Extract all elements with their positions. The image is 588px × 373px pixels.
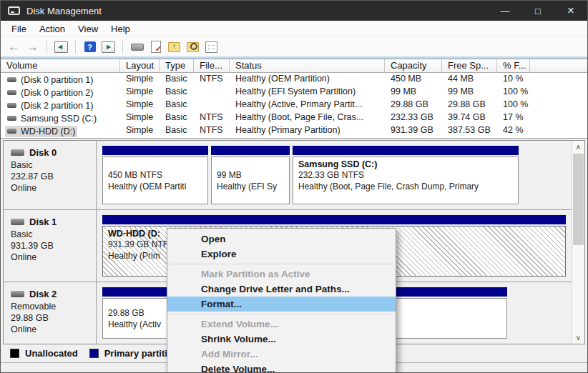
cell: Healthy (Boot, Page File, Cras... [230,111,385,124]
properties-icon[interactable] [204,40,219,54]
menu-view[interactable]: View [72,22,104,36]
disk-drive-icon [8,6,20,15]
cell: NTFS [194,73,230,86]
disk-management-window: Disk Management — □ × FileActionViewHelp… [0,0,588,373]
partition-body: Samsung SSD (C:)232.33 GB NTFSHealthy (B… [293,156,519,204]
toolbar-separator [75,40,76,54]
column-header-free-sp[interactable]: Free Sp... [442,59,497,73]
help-icon[interactable] [82,40,97,54]
volume-name: Samsung SSD (C:) [5,113,99,124]
table-row[interactable]: Samsung SSD (C:)SimpleBasicNTFSHealthy (… [1,111,587,124]
cell: Simple [120,99,160,111]
disk-info-panel[interactable]: Disk 0Basic232.87 GBOnline [4,141,97,209]
cell: Basic [160,124,194,137]
column-header-volume[interactable]: Volume [1,59,120,73]
disk-info-panel[interactable]: Disk 2Removable29.88 GBOnline [4,282,97,344]
disk-info-panel[interactable]: Disk 1Basic931.39 GBOnline [4,210,97,282]
back-icon[interactable] [6,40,21,54]
column-header-capacity[interactable]: Capacity [385,59,442,73]
cell: 29.88 GB [442,99,497,111]
cell [194,99,230,111]
context-menu-item-explore[interactable]: Explore [167,247,396,262]
legend-swatch [89,349,99,358]
forward-icon[interactable] [25,40,40,54]
cell: 10 % [497,73,530,86]
partition-bars: 450 MB NTFSHealthy (OEM Partiti99 MBHeal… [97,141,572,209]
column-header-file[interactable]: File... [194,59,230,73]
vertical-scrollbar[interactable]: ∧ ∨ [572,141,584,344]
column-header-blank[interactable] [530,59,587,73]
disk-icon [11,219,24,225]
disk-icon [7,103,16,108]
column-header-status[interactable]: Status [230,59,385,73]
partition-block[interactable]: Samsung SSD (C:)232.33 GB NTFSHealthy (B… [293,146,519,204]
folder-up-icon[interactable] [167,40,182,54]
menu-separator [169,314,394,314]
disk-icon [7,129,16,134]
close-button[interactable]: × [554,1,587,21]
legend-swatch [10,349,19,358]
cell [530,99,587,111]
column-header-layout[interactable]: Layout [120,59,160,73]
toolbar-separator [46,40,47,54]
partition-block[interactable]: 99 MBHealthy (EFI Sy [211,146,290,204]
folder-search-icon[interactable] [185,40,200,54]
cell: 450 MB [385,73,442,86]
disk-icon [7,90,16,95]
partition-color-bar [102,146,208,155]
menu-file[interactable]: File [5,22,33,36]
disk-icon [11,291,24,297]
table-row[interactable]: (Disk 2 partition 1)SimpleBasicHealthy (… [1,99,587,111]
cell: NTFS [194,111,230,124]
volume-cell: (Disk 0 partition 2) [1,86,120,99]
menu-bar: FileActionViewHelp [1,21,587,37]
check-document-icon[interactable] [148,40,163,54]
context-menu-item-add-mirror: Add Mirror... [167,347,396,362]
context-menu-item-delete-volume[interactable]: Delete Volume... [167,362,396,373]
cell: 100 % [497,86,530,99]
table-row[interactable]: (Disk 0 partition 1)SimpleBasicNTFSHealt… [1,73,587,86]
context-menu-item-shrink-volume[interactable]: Shrink Volume... [167,332,396,347]
volume-cell: (Disk 2 partition 1) [1,99,120,111]
maximize-button[interactable]: □ [521,1,554,21]
cell: 387.53 GB [442,124,497,137]
action-pane-icon[interactable] [101,40,116,54]
cell: Simple [120,124,160,137]
cell: 29.88 GB [385,99,442,111]
cell: Basic [160,73,194,86]
menu-action[interactable]: Action [33,22,72,36]
menu-help[interactable]: Help [104,22,137,36]
cell: 17 % [497,111,530,124]
cell [530,111,587,124]
volume-name: (Disk 0 partition 2) [5,87,95,99]
partition-block[interactable]: 450 MB NTFSHealthy (OEM Partiti [102,146,208,204]
context-menu-item-format[interactable]: Format... [167,297,396,312]
scroll-up-icon[interactable]: ∧ [572,141,584,153]
table-row[interactable]: (Disk 0 partition 2)SimpleBasicHealthy (… [1,86,587,99]
context-menu-item-extend-volume: Extend Volume... [167,317,396,332]
volume-cell: (Disk 0 partition 1) [1,73,120,86]
cell: Healthy (Active, Primary Partit... [230,99,385,111]
cell [530,124,587,137]
partition-color-bar [102,215,566,224]
column-header-f[interactable]: % F... [497,59,530,73]
scrollbar-thumb[interactable] [573,154,584,245]
cell: Simple [120,111,160,124]
table-row[interactable]: WD-HDD (D:)SimpleBasicNTFSHealthy (Prima… [1,124,587,137]
context-menu-item-change-drive-letter-and-paths[interactable]: Change Drive Letter and Paths... [167,282,396,297]
minimize-button[interactable]: — [489,1,521,21]
cell: 931.39 GB [385,124,442,137]
volume-table-header: VolumeLayoutTypeFile...StatusCapacityFre… [1,59,587,73]
volume-name: WD-HDD (D:) [5,126,77,137]
column-header-type[interactable]: Type [160,59,194,73]
context-menu-item-open[interactable]: Open [167,232,396,247]
volume-table-body: (Disk 0 partition 1)SimpleBasicNTFSHealt… [1,73,587,137]
cell: Healthy (EFI System Partition) [230,86,385,99]
scroll-down-icon[interactable]: ∨ [572,332,584,344]
console-tree-icon[interactable] [54,40,69,54]
volume-name: (Disk 2 partition 1) [5,100,95,111]
menu-separator [169,264,394,264]
device-icon[interactable] [129,40,144,54]
cell: 232.33 GB [385,111,442,124]
title-bar: Disk Management — □ × [1,1,587,21]
